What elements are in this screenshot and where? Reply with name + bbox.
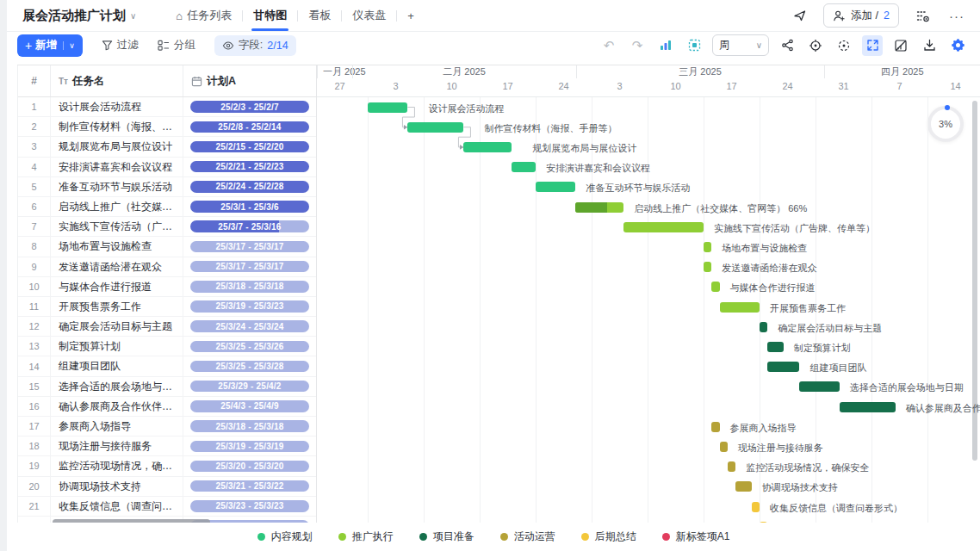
gantt-bar[interactable] (720, 442, 728, 452)
task-plan-cell[interactable]: 25/3/7 - 25/3/16 (183, 220, 316, 232)
task-name[interactable]: 与媒体合作进行报道 (51, 277, 183, 296)
task-row[interactable]: 11开展预售票务工作25/3/19 - 25/3/23 (18, 297, 316, 317)
task-plan-cell[interactable]: 25/3/17 - 25/3/17 (183, 241, 316, 253)
fields-button[interactable]: 字段: 2/14 (214, 35, 296, 56)
share-node-icon[interactable] (777, 35, 797, 56)
task-name[interactable]: 监控活动现场情况，确保安全 (51, 456, 183, 475)
plan-date-pill[interactable]: 25/2/3 - 25/2/7 (190, 101, 309, 113)
task-plan-cell[interactable]: 25/2/15 - 25/2/20 (183, 141, 316, 153)
download-icon[interactable] (919, 35, 940, 56)
task-plan-cell[interactable]: 25/3/25 - 25/3/28 (183, 361, 316, 373)
task-row[interactable]: 5准备互动环节与娱乐活动25/2/24 - 25/2/28 (18, 177, 316, 197)
task-name[interactable]: 收集反馈信息（调查问卷形式） (51, 497, 183, 516)
gantt-bar[interactable] (623, 222, 704, 232)
task-plan-cell[interactable]: 25/3/18 - 25/3/18 (183, 420, 316, 432)
gantt-bar[interactable] (407, 122, 463, 133)
new-task-chevron-icon[interactable]: ∨ (63, 41, 75, 50)
column-header-plan[interactable]: 计划A (183, 74, 316, 89)
gantt-bar[interactable] (840, 402, 896, 412)
task-name[interactable]: 确认参展商及合作伙伴名单 (51, 397, 183, 416)
plan-date-pill[interactable]: 25/2/8 - 25/2/14 (190, 121, 309, 133)
hide-chart-icon[interactable] (890, 35, 911, 56)
fit-view-icon[interactable] (862, 35, 883, 56)
plan-date-pill[interactable]: 25/3/7 - 25/3/16 (190, 220, 309, 232)
task-name[interactable]: 选择合适的展会场地与日期 (51, 377, 183, 396)
plan-date-pill[interactable]: 25/3/18 - 25/3/18 (190, 420, 309, 432)
gantt-bar[interactable] (368, 102, 407, 113)
plan-date-pill[interactable]: 25/3/25 - 25/3/26 (190, 341, 309, 353)
task-plan-cell[interactable]: 25/3/17 - 25/3/17 (183, 261, 316, 273)
task-row[interactable]: 8场地布置与设施检查25/3/17 - 25/3/17 (18, 237, 316, 257)
task-plan-cell[interactable]: 25/3/19 - 25/3/23 (183, 300, 316, 313)
gantt-bar[interactable] (704, 262, 711, 272)
column-header-name[interactable]: Tт 任务名 (51, 65, 183, 96)
undo-icon[interactable]: ↶ (599, 35, 619, 56)
task-row[interactable]: 4安排演讲嘉宾和会议议程25/2/21 - 25/2/23 (18, 158, 316, 177)
task-name[interactable]: 制定预算计划 (51, 337, 183, 356)
add-member-button[interactable]: 添加 / 2 (823, 3, 899, 28)
task-name[interactable]: 开展预售票务工作 (51, 297, 183, 316)
task-plan-cell[interactable]: 25/2/3 - 25/2/7 (183, 101, 316, 113)
task-name[interactable]: 规划展览布局与展位设计 (51, 137, 183, 156)
milestone-chart-icon[interactable] (655, 35, 676, 56)
task-row[interactable]: 21收集反馈信息（调查问卷形式）25/3/23 - 25/3/23 (18, 497, 316, 517)
task-row[interactable]: 17参展商入场指导25/3/18 - 25/3/18 (18, 417, 316, 436)
share-send-icon[interactable] (789, 4, 811, 27)
gantt-bar[interactable] (767, 362, 799, 372)
task-plan-cell[interactable]: 25/3/23 - 25/3/23 (183, 500, 316, 512)
task-plan-cell[interactable]: 25/3/18 - 25/3/18 (183, 281, 316, 293)
gantt-bar[interactable] (463, 142, 512, 152)
plan-date-pill[interactable]: 25/3/18 - 25/3/18 (190, 281, 309, 293)
task-row[interactable]: 19监控活动现场情况，确保安全25/3/20 - 25/3/20 (18, 456, 316, 476)
settings-gear-icon[interactable] (947, 35, 968, 56)
gantt-bar[interactable] (575, 202, 623, 213)
gantt-bar[interactable] (752, 502, 760, 512)
task-plan-cell[interactable]: 25/3/20 - 25/3/20 (183, 461, 316, 473)
gantt-bar[interactable] (704, 242, 711, 252)
task-plan-cell[interactable]: 25/2/8 - 25/2/14 (183, 121, 316, 133)
task-plan-cell[interactable]: 25/3/21 - 25/3/22 (183, 480, 316, 492)
plan-date-pill[interactable]: 25/2/21 - 25/2/23 (190, 161, 309, 173)
plan-date-pill[interactable]: 25/3/17 - 25/3/17 (190, 261, 309, 273)
plan-date-pill[interactable]: 25/3/17 - 25/3/17 (190, 241, 309, 253)
redo-icon[interactable]: ↷ (627, 35, 648, 56)
task-plan-cell[interactable]: 25/3/24 - 25/3/24 (183, 320, 316, 332)
task-plan-cell[interactable]: 25/3/19 - 25/3/19 (183, 441, 316, 453)
task-plan-cell[interactable]: 25/2/24 - 25/2/28 (183, 181, 316, 193)
task-plan-cell[interactable]: 25/3/1 - 25/3/6 (183, 201, 316, 213)
task-row[interactable]: 1设计展会活动流程25/2/3 - 25/2/7 (18, 97, 316, 117)
plan-date-pill[interactable]: 25/3/24 - 25/3/24 (190, 320, 309, 332)
locate-today-icon[interactable] (805, 35, 826, 56)
task-plan-cell[interactable]: 25/2/21 - 25/2/23 (183, 161, 316, 173)
progress-ring[interactable]: 3% (927, 106, 964, 142)
plan-date-pill[interactable]: 25/3/25 - 25/3/28 (190, 361, 309, 373)
plan-date-pill[interactable]: 25/3/19 - 25/3/19 (190, 441, 309, 453)
task-plan-cell[interactable]: 25/4/3 - 25/4/9 (183, 400, 316, 412)
task-row[interactable]: 15选择合适的展会场地与日期25/3/29 - 25/4/2 (18, 377, 316, 397)
plan-date-pill[interactable]: 25/3/29 - 25/4/2 (190, 381, 309, 393)
new-task-button[interactable]: + 新增 ∨ (17, 34, 83, 57)
gantt-bar[interactable] (735, 481, 752, 492)
plan-date-pill[interactable]: 25/3/23 - 25/3/23 (190, 500, 309, 512)
task-name[interactable]: 准备互动环节与娱乐活动 (51, 177, 183, 196)
gantt-bar[interactable] (720, 302, 760, 313)
task-name[interactable]: 确定展会活动目标与主题 (51, 317, 183, 336)
tab-dashboard[interactable]: 仪表盘 (342, 0, 396, 31)
plan-date-pill[interactable]: 25/3/1 - 25/3/6 (190, 201, 309, 213)
tab-kanban[interactable]: 看板 (298, 0, 341, 31)
plan-date-pill[interactable]: 25/3/20 - 25/3/20 (190, 461, 309, 473)
tab-gantt[interactable]: 甘特图 (243, 0, 297, 31)
focus-icon[interactable] (834, 35, 854, 56)
title-chevron-down-icon[interactable]: ∨ (130, 11, 136, 21)
task-row[interactable]: 7实施线下宣传活动（广告牌、传单等）25/3/7 - 25/3/16 (18, 217, 316, 237)
task-name[interactable]: 场地布置与设施检查 (51, 237, 183, 256)
group-button[interactable]: 分组 (158, 38, 195, 53)
task-name[interactable]: 参展商入场指导 (51, 417, 183, 436)
automation-icon[interactable] (911, 4, 933, 27)
gantt-bar[interactable] (711, 282, 719, 292)
tab-task-list[interactable]: ⌂ 任务列表 (165, 0, 242, 31)
gantt-bar[interactable] (799, 381, 839, 392)
task-plan-cell[interactable]: 25/3/29 - 25/4/2 (183, 381, 316, 393)
task-row[interactable]: 6启动线上推广（社交媒体、官网等）25/3/1 - 25/3/6 (18, 197, 316, 217)
task-row[interactable]: 20协调现场技术支持25/3/21 - 25/3/22 (18, 477, 316, 497)
